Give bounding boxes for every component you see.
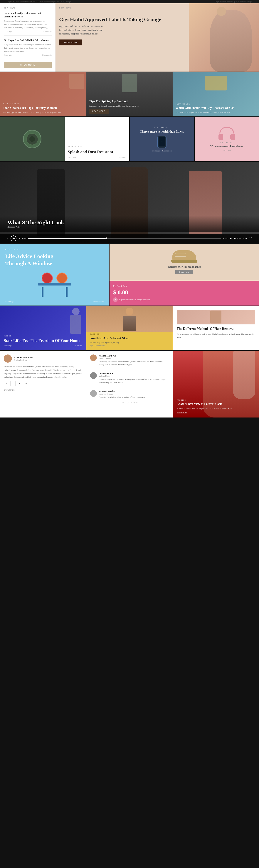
fashion-meta: ago 10 comments (90, 345, 169, 347)
prev-button[interactable]: ‹ (7, 237, 8, 240)
card-grill-title: Which Grill Should You Buy Charcoal Or G… (176, 106, 256, 110)
review-item-3: Winifred Sanchez Marketing Manager Teama… (90, 390, 169, 399)
card-food-title: Food Choices 101 Tips For Busy Women (3, 106, 83, 110)
review-content-2: Linnie Griffith Makeup Blogger The other… (99, 372, 169, 384)
card-speaker[interactable] (0, 117, 65, 161)
hair-text: As we continue we will take a look at ho… (177, 333, 255, 339)
hair-img-area (177, 310, 255, 324)
social-facebook[interactable]: f (4, 381, 9, 386)
card-seafood-text: Soy sauces can generally be categorized … (89, 104, 170, 107)
news-time-1: 1 hour ago (4, 30, 12, 32)
hero-title: Gigi Hadid Approved Label Is Taking Grun… (59, 16, 192, 23)
progress-bar[interactable] (28, 238, 221, 239)
shoe-swoosh (175, 253, 186, 257)
credit-add-button[interactable]: + (113, 298, 118, 302)
card-food-decoration (69, 74, 84, 89)
speaker-inner (26, 133, 38, 145)
next-button[interactable]: › (19, 237, 20, 240)
bestseller-label: BEST SELLER (68, 146, 126, 148)
top-header: Highlighted deals & considerations Wave … (0, 0, 259, 3)
volume-icon: ▶ (230, 237, 232, 240)
newproduct-meta: 6 hour ago 35 comments (152, 150, 172, 152)
fullscreen-icon[interactable]: ⛶ (249, 237, 252, 240)
fashion-content: FASHION Youthful And Vibrant Skin the ot… (90, 333, 169, 347)
card-stair-lifts[interactable]: SLIDER Stair Lifts Feel The Freedom Of Y… (0, 306, 86, 350)
social-youtube[interactable]: ▶ (17, 381, 22, 386)
hero-text: Gigi Hadid and Zayn Malik like to twin i… (59, 25, 107, 36)
card-grill-label: PAST SELLER (176, 103, 256, 105)
sidebar-cards: Wireless over-ear headphones Click Here … (110, 244, 259, 306)
profile-name: Adeline Matthews (14, 356, 33, 359)
review-content-1: Adeline Matthews Product Designer Teamak… (99, 354, 169, 366)
headphones-meta: 1 hour ago (223, 149, 231, 151)
card-grill-text: The secret to this simple crust is the a… (176, 111, 256, 114)
top-news-panel: TOP NEWS Get Around Easily With A New Yo… (0, 3, 56, 71)
feature-label: PREV SELLER (5, 249, 104, 251)
fashion-time: ago (90, 345, 93, 347)
actress-title: Another Best View of Laurent Costa (177, 402, 255, 406)
card-grill[interactable]: PAST SELLER Which Grill Should You Buy C… (173, 72, 259, 117)
profile-avatar (4, 354, 12, 363)
reviewer-role-2: Makeup Blogger (99, 375, 169, 377)
progress-fill (28, 238, 106, 239)
show-more-button[interactable]: SHOW MORE (4, 62, 51, 68)
card-nike-shoe: Wireless over-ear headphones Click Here (110, 244, 259, 281)
news-meta-2: 3 hour ago 25 comments (4, 54, 51, 56)
card-actress[interactable]: FASHION Another Best View of Laurent Cos… (173, 351, 259, 417)
card-food[interactable]: WAFFLE HOUSE Food Choices 101 Tips For B… (0, 72, 86, 117)
card-credit: My Credit Card $ 0.00 + Depends on how m… (110, 281, 259, 306)
bench-seat-left (42, 273, 53, 284)
profile-info: Adeline Matthews Product Designer (14, 356, 33, 361)
social-twitter[interactable]: t (10, 381, 15, 386)
card-seafood-title: Tips For Spicing Up Seafood (89, 99, 170, 103)
feature-title: Life Advice Looking Through A Window (5, 252, 57, 267)
news-time-2: 3 hour ago (4, 54, 12, 56)
news-item-1: Get Around Easily With A New York Limous… (4, 12, 51, 36)
card-seafood-readmore[interactable]: READ MORE (89, 109, 109, 114)
card-seafood[interactable]: Tips For Spicing Up Seafood Soy sauces c… (86, 72, 173, 117)
reviewer-name-3: Winifred Sanchez (99, 390, 145, 393)
bestseller-time: 2 hour ago (68, 156, 76, 158)
credit-add-row: + Depends on how much is in your account (113, 298, 255, 302)
hero-read-more-button[interactable]: READ MORE (59, 39, 82, 45)
reviewer-name-2: Linnie Griffith (99, 372, 169, 375)
speaker-center (29, 136, 35, 142)
see-all-reviews-link[interactable]: SEE ALL REVIEW (90, 402, 169, 404)
grid-row2: BEST SELLER Splash and Dust Resistant 2 … (0, 117, 259, 161)
actress-read-more[interactable]: READ MORE (177, 411, 188, 413)
card-food-content: WAFFLE HOUSE Food Choices 101 Tips For B… (0, 100, 86, 117)
fashion-title: Youthful And Vibrant Skin (90, 336, 169, 340)
section6-grid: Adeline Matthews Product Designer Teamak… (0, 351, 259, 417)
newproduct-comments: 35 comments (162, 150, 172, 152)
card-headphones[interactable]: NEW PRODUCT Wireless over-ear headphones… (195, 117, 259, 161)
news-comments-2: 25 comments (42, 54, 51, 56)
hero-tag: NEW ISSUE (59, 7, 71, 9)
read-more-link[interactable]: READ MORE (4, 389, 82, 391)
headphones-ear-left (219, 134, 223, 140)
review-item-1: Adeline Matthews Product Designer Teamak… (90, 354, 169, 369)
section-news-hero: TOP NEWS Get Around Easily With A New Yo… (0, 3, 259, 71)
headphones-icon (219, 127, 235, 140)
hero-section: NEW ISSUE Gigi Hadid Approved Label Is T… (56, 3, 259, 71)
card-bestseller[interactable]: BEST SELLER Splash and Dust Resistant 2 … (65, 117, 130, 161)
credit-title: My Credit Card (113, 285, 255, 287)
watch-screen: ■ (158, 137, 165, 147)
newproduct-title: There's more to health than fitness (140, 130, 184, 134)
nike-click-here-button[interactable]: Click Here (175, 270, 193, 274)
hero-image (189, 3, 259, 71)
reviews-list: Adeline Matthews Product Designer Teamak… (90, 354, 169, 399)
card-grill-img (173, 74, 259, 90)
bench-seat-right (57, 273, 68, 284)
card-newproduct[interactable]: NEW PRODUCT There's more to health than … (130, 117, 194, 161)
play-button[interactable] (10, 236, 16, 241)
news-item-2: Stu Unger Rise And Fall Of A Poker Geniu… (4, 38, 51, 59)
headphones-band (219, 127, 234, 133)
headphones-label: NEW PRODUCT (219, 142, 235, 144)
social-linkedin[interactable]: in (24, 381, 29, 386)
fashion-label: FASHION (90, 333, 169, 335)
shoe-sole (171, 260, 197, 263)
card-youthful-skin[interactable]: FASHION Youthful And Vibrant Skin the ot… (86, 306, 173, 350)
reviewer-avatar-2 (90, 372, 97, 379)
news-excerpt-1: The majestic Rocky Mountains are a major… (4, 20, 51, 29)
play-icon (12, 237, 15, 240)
